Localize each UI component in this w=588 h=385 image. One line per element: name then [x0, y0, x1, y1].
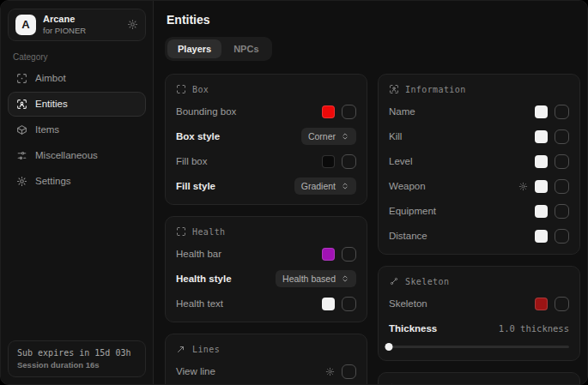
kill-color-swatch[interactable] — [535, 130, 548, 143]
box-card: Box Bounding box Box style Corner — [165, 74, 367, 205]
sidebar-item-label: Aimbot — [35, 73, 66, 83]
lines-card: Lines View line Line to enemy — [165, 334, 367, 385]
session-duration-text: Session duration 16s — [17, 360, 136, 370]
sidebar-item-items[interactable]: Items — [8, 117, 146, 142]
card-title: Skeleton — [405, 277, 449, 286]
fill-style-select[interactable]: Gradient — [294, 177, 356, 195]
sidebar-item-settings[interactable]: Settings — [8, 169, 146, 194]
skeleton-checkbox[interactable] — [555, 297, 569, 311]
chevrons-up-down-icon — [341, 274, 349, 283]
distance-checkbox[interactable] — [555, 229, 569, 244]
name-checkbox[interactable] — [555, 105, 569, 119]
slider-thumb[interactable] — [385, 343, 393, 351]
lines-card-header: Lines — [176, 344, 356, 354]
health-style-select[interactable]: Health based — [276, 270, 356, 287]
health-bar-color-swatch[interactable] — [322, 248, 335, 261]
left-column: Box Bounding box Box style Corner — [165, 74, 367, 385]
skeleton-color-swatch[interactable] — [535, 298, 548, 310]
category-label: Category — [13, 52, 141, 62]
skeleton-card: Skeleton Skeleton Thickness 1.0 thicknes… — [378, 266, 580, 361]
health-text-checkbox[interactable] — [342, 297, 356, 311]
row-label: Level — [389, 156, 413, 166]
sidebar: A Arcane for PIONER Category Aimbot Enti… — [1, 1, 154, 384]
tab-group: Players NPCs — [165, 37, 272, 61]
select-value: Health based — [282, 274, 336, 284]
entity-scan-icon — [16, 99, 27, 110]
row-label: View line — [176, 366, 215, 376]
health-text-color-swatch[interactable] — [322, 298, 335, 310]
thickness-row: Thickness 1.0 thickness — [389, 320, 569, 337]
fill-style-row: Fill style Gradient — [176, 177, 356, 195]
distance-color-swatch[interactable] — [535, 230, 548, 243]
level-checkbox[interactable] — [555, 154, 569, 169]
sidebar-item-miscellaneous[interactable]: Miscellaneous — [8, 143, 146, 168]
gear-icon[interactable] — [325, 367, 335, 376]
fill-box-checkbox[interactable] — [342, 154, 356, 169]
weapon-row: Weapon — [389, 177, 569, 195]
thickness-value: 1.0 thickness — [499, 323, 569, 334]
bounding-box-color-swatch[interactable] — [322, 105, 335, 118]
sidebar-nav: Aimbot Entities Items Miscellaneous Sett… — [8, 66, 146, 194]
weapon-checkbox[interactable] — [555, 179, 569, 194]
arcane-window: A Arcane for PIONER Category Aimbot Enti… — [0, 0, 588, 385]
scan-brackets-icon — [176, 226, 186, 237]
health-style-row: Health style Health based — [176, 270, 356, 287]
gear-icon[interactable] — [518, 182, 528, 191]
row-label: Kill — [389, 131, 402, 141]
thickness-slider[interactable] — [389, 342, 569, 351]
row-label: Skeleton — [389, 298, 427, 309]
tab-npcs[interactable]: NPCs — [223, 39, 269, 58]
card-title: Health — [192, 227, 226, 237]
row-label: Health bar — [176, 249, 221, 259]
select-value: Gradient — [301, 181, 336, 191]
row-label: Bounding box — [176, 106, 236, 117]
gear-icon[interactable] — [127, 19, 138, 30]
sub-expiry-text: Sub expires in 15d 03h — [17, 348, 136, 358]
brand-title: Arcane — [43, 14, 86, 26]
main-panel: Entities Players NPCs Box Bounding box — [154, 1, 587, 384]
distance-row: Distance — [389, 227, 569, 244]
skeleton-card-header: Skeleton — [389, 276, 569, 286]
crosshair-scan-icon — [16, 73, 27, 84]
kill-checkbox[interactable] — [555, 129, 569, 144]
health-bar-row: Health bar — [176, 245, 356, 262]
sidebar-item-aimbot[interactable]: Aimbot — [8, 66, 146, 91]
bounding-box-row: Bounding box — [176, 103, 356, 120]
card-title: Information — [405, 85, 466, 94]
box-style-select[interactable]: Corner — [301, 128, 356, 145]
kill-row: Kill — [389, 128, 569, 145]
row-label: Fill style — [176, 181, 215, 191]
equipment-checkbox[interactable] — [555, 204, 569, 219]
name-row: Name — [389, 103, 569, 120]
health-card-header: Health — [176, 226, 356, 237]
row-label: Box style — [176, 131, 220, 141]
scan-brackets-icon — [176, 84, 186, 94]
level-color-swatch[interactable] — [535, 155, 548, 168]
box-card-header: Box — [176, 84, 356, 94]
slider-track — [389, 346, 569, 348]
entity-scan-icon — [389, 84, 399, 94]
equipment-color-swatch[interactable] — [535, 205, 548, 218]
information-card-header: Information — [389, 84, 569, 94]
box-style-row: Box style Corner — [176, 128, 356, 145]
sidebar-item-label: Miscellaneous — [35, 150, 98, 160]
sidebar-item-entities[interactable]: Entities — [8, 92, 146, 117]
tab-players[interactable]: Players — [167, 39, 221, 58]
fill-box-color-swatch[interactable] — [322, 155, 335, 168]
arcane-logo: A — [15, 15, 36, 35]
row-label: Distance — [389, 231, 427, 241]
view-line-row: View line — [176, 363, 356, 380]
sidebar-item-label: Entities — [35, 99, 68, 109]
row-label: Health style — [176, 274, 232, 284]
health-bar-checkbox[interactable] — [342, 247, 356, 262]
view-line-checkbox[interactable] — [342, 364, 356, 379]
information-card: Information Name Kill — [378, 74, 580, 255]
weapon-color-swatch[interactable] — [535, 180, 548, 193]
sidebar-item-label: Settings — [35, 176, 71, 186]
name-color-swatch[interactable] — [535, 105, 548, 118]
row-label: Weapon — [389, 181, 426, 191]
row-label: Health text — [176, 298, 223, 309]
bounding-box-checkbox[interactable] — [342, 105, 356, 119]
sidebar-item-label: Items — [35, 124, 59, 135]
row-label: Equipment — [389, 206, 436, 216]
